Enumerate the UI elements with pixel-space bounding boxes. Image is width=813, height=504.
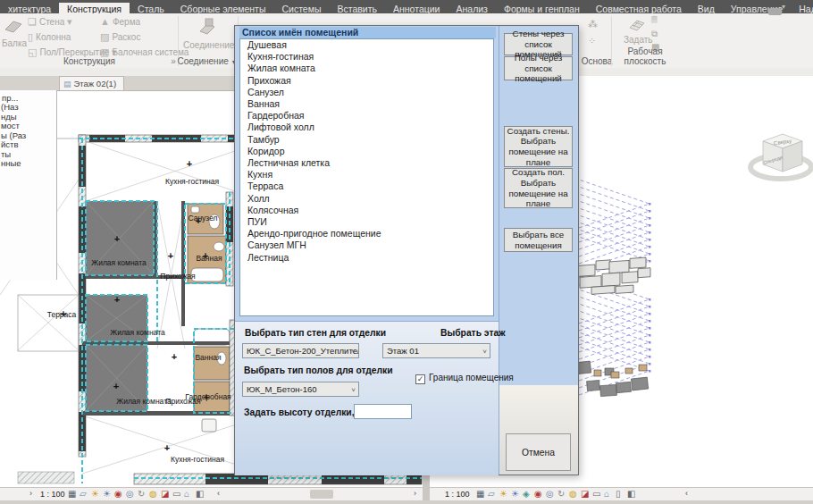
workplane-viewer-icon[interactable]: ⧉ bbox=[651, 29, 658, 39]
temporary-hide-icon[interactable]: ◍ bbox=[149, 489, 157, 499]
collapse-icon[interactable]: ‹ bbox=[217, 489, 220, 498]
visual-style-icon[interactable]: ▱ bbox=[488, 489, 495, 499]
ribbon-tab-Аннотации[interactable]: Аннотации bbox=[385, 3, 448, 13]
ribbon-tab-Надстройки[interactable]: Надстройки bbox=[791, 3, 813, 13]
reveal-hidden-icon[interactable]: ◪ bbox=[161, 489, 169, 499]
constraints-icon[interactable]: ◧ bbox=[196, 489, 204, 499]
column-button[interactable]: ▯ Колонна bbox=[28, 31, 71, 43]
room-list-item[interactable]: Тамбур bbox=[240, 134, 493, 146]
ribbon-tab-Вставить[interactable]: Вставить bbox=[329, 3, 385, 13]
wall-button[interactable]: ❏ Стена ▾ bbox=[28, 16, 72, 28]
view-control-bar-right: 1 : 100 ‹ ▦▱☀☀◈◉◎↻◍◪▭⌂▯◧ bbox=[430, 487, 813, 501]
detail-level-icon[interactable]: ▦ bbox=[68, 489, 76, 499]
browser-tree-item[interactable]: нные bbox=[0, 159, 56, 169]
room-list-item[interactable]: Кухня bbox=[240, 169, 493, 181]
room-name-list[interactable]: ДушеваяКухня-гостинаяЖилая комнатаПрихож… bbox=[239, 38, 494, 316]
browser-tree-item[interactable]: йств bbox=[0, 140, 56, 150]
room-list-item[interactable]: Лестница bbox=[240, 252, 493, 264]
browser-tree-item[interactable]: мост bbox=[0, 122, 56, 131]
crop-region-icon[interactable]: ◎ bbox=[546, 489, 554, 499]
view-scale[interactable]: 1 : 100 bbox=[445, 490, 470, 499]
ribbon-tab-Вид[interactable]: Вид bbox=[690, 3, 723, 13]
room-label: Кухня-гостиная bbox=[171, 455, 224, 464]
truss-button[interactable]: ▲ Ферма bbox=[100, 16, 140, 27]
ribbon-tab-Системы[interactable]: Системы bbox=[273, 3, 329, 13]
horizontal-scrollbar-thumb[interactable] bbox=[310, 490, 333, 499]
room-list-item[interactable]: Холл bbox=[240, 193, 493, 205]
side-button[interactable]: Полы через список помещений bbox=[504, 56, 573, 80]
room-list-item[interactable]: Жилая комната bbox=[240, 63, 493, 74]
browser-tree-item[interactable]: (Наз bbox=[0, 103, 56, 113]
temporary-properties-icon[interactable]: ▭ bbox=[592, 489, 600, 499]
grid-icon[interactable]: ⁘ bbox=[588, 35, 596, 46]
room-list-item[interactable]: ПУИ bbox=[240, 216, 493, 228]
viewcube-toggle-icon[interactable]: ▯ bbox=[616, 489, 621, 499]
ribbon-tab-Формы и генплан[interactable]: Формы и генплан bbox=[496, 3, 588, 13]
level-dropdown[interactable]: Этаж 01˅ bbox=[382, 343, 490, 358]
room-list-item[interactable]: Ванная bbox=[240, 98, 493, 110]
detail-level-icon[interactable]: ▦ bbox=[476, 489, 484, 499]
show-workplane-icon[interactable]: 𝄜 bbox=[651, 15, 658, 26]
room-center-mark: + bbox=[61, 308, 66, 319]
collapse-icon[interactable]: ‹ bbox=[685, 489, 688, 498]
crop-visibility-icon[interactable]: ↻ bbox=[138, 489, 145, 499]
beam-button[interactable]: Балка bbox=[2, 15, 25, 48]
ribbon-tab-Сталь[interactable]: Сталь bbox=[130, 3, 172, 13]
constraints-icon[interactable]: ◧ bbox=[627, 489, 635, 499]
checkbox-checked-icon[interactable]: ✓ bbox=[415, 374, 425, 384]
chevron-down-icon: ˅ bbox=[482, 345, 487, 358]
sun-path-icon[interactable]: ☀ bbox=[91, 489, 99, 499]
room-list-item[interactable]: Санузел МГН bbox=[240, 239, 493, 251]
ribbon-tab-Конструкция[interactable]: Конструкция bbox=[59, 3, 130, 13]
visual-style-icon[interactable]: ▱ bbox=[80, 489, 87, 499]
room-list-item[interactable]: Коридор bbox=[240, 146, 493, 157]
shadows-icon[interactable]: ☀ bbox=[103, 489, 111, 499]
shadows-icon[interactable]: ☀ bbox=[511, 489, 519, 499]
room-list-item[interactable]: Кухня-гостиная bbox=[240, 51, 493, 63]
cancel-button[interactable]: Отмена bbox=[506, 433, 571, 471]
room-list-item[interactable]: Лестничная клетка bbox=[240, 157, 493, 169]
render-icon[interactable]: ◈ bbox=[523, 489, 530, 499]
room-list-item[interactable]: Душевая bbox=[240, 39, 493, 51]
crop-visibility-icon[interactable]: ↻ bbox=[557, 489, 565, 499]
rendering-icon[interactable]: ◉ bbox=[114, 489, 122, 499]
level-icon[interactable]: ⁂ bbox=[588, 19, 598, 30]
room-list-item[interactable]: Терраса bbox=[240, 181, 493, 192]
room-list-item[interactable]: Колясочная bbox=[240, 205, 493, 216]
set-workplane-button[interactable]: Задать bbox=[624, 15, 650, 45]
room-list-item[interactable]: Прихожая bbox=[240, 75, 493, 87]
worksharing-display-icon[interactable]: ⌂ bbox=[604, 489, 609, 499]
floor-type-dropdown[interactable]: ЮК_М_Бетон-160˅ bbox=[242, 382, 359, 397]
room-list-item[interactable]: Лифтовой холл bbox=[240, 122, 493, 133]
room-list-item[interactable]: Арендо-пригодное помещение bbox=[240, 228, 493, 239]
side-button[interactable]: Создать стены. Выбрать помещение на план… bbox=[504, 126, 573, 167]
room-list-item[interactable]: Санузел bbox=[240, 87, 493, 98]
viewcube[interactable]: Сверху Спереди bbox=[750, 134, 811, 179]
ribbon-tab-Анализ[interactable]: Анализ bbox=[448, 3, 495, 13]
ribbon-tab-хитектура[interactable]: хитектура bbox=[0, 3, 59, 13]
room-list-item[interactable]: Гардеробная bbox=[240, 110, 493, 122]
plan-view-icon: ▤ bbox=[63, 80, 71, 88]
temporary-properties-icon[interactable]: ▭ bbox=[172, 489, 180, 499]
screencast-icon[interactable]: ▾ bbox=[768, 3, 792, 11]
crop-region-icon[interactable]: ◎ bbox=[126, 489, 134, 499]
wall-type-dropdown[interactable]: ЮК_С_Бетон-200_Утеплитель-1˅ bbox=[242, 343, 359, 358]
connection-button[interactable]: Соединение bbox=[183, 15, 231, 50]
finish-height-input[interactable] bbox=[354, 404, 412, 419]
ribbon-tab-Совместная работа[interactable]: Совместная работа bbox=[588, 3, 690, 13]
side-button[interactable]: Создать пол. Выбрать помещение на плане bbox=[504, 168, 573, 208]
temporary-hide-icon[interactable]: ◍ bbox=[569, 489, 577, 499]
scroll-right-icon[interactable]: › bbox=[414, 489, 416, 498]
room-boundary-checkbox-row[interactable]: ✓Граница помещения bbox=[415, 373, 514, 384]
view-tab-level02[interactable]: ▤Этаж 02(1) bbox=[59, 76, 124, 90]
worksharing-display-icon[interactable]: ⌂ bbox=[184, 489, 189, 499]
truss-icon: ▲ bbox=[100, 16, 113, 27]
ribbon-tab-Сборные элементы[interactable]: Сборные элементы bbox=[172, 3, 274, 13]
reveal-hidden-icon[interactable]: ◪ bbox=[581, 489, 589, 499]
expand-icon[interactable]: › bbox=[29, 489, 32, 498]
view-scale[interactable]: 1 : 100 bbox=[40, 490, 65, 499]
brace-button[interactable]: ▨ Раскос bbox=[100, 31, 140, 43]
rendering-icon[interactable]: ◉ bbox=[534, 489, 542, 499]
side-button[interactable]: Выбрать все помещения bbox=[504, 228, 573, 252]
sun-path-icon[interactable]: ☀ bbox=[499, 489, 507, 499]
